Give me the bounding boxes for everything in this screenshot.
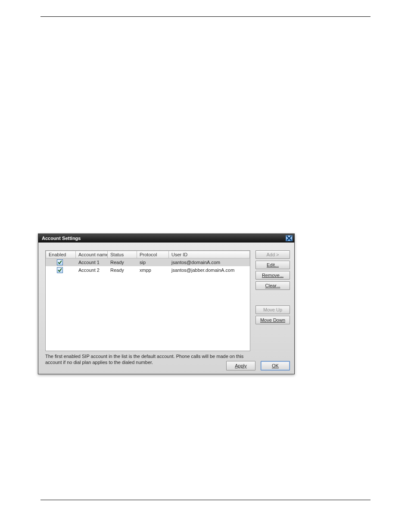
- cell-status: Ready: [108, 260, 137, 265]
- col-protocol[interactable]: Protocol: [137, 251, 169, 258]
- dialog-title: Account Settings: [42, 236, 81, 241]
- checkbox-icon[interactable]: [57, 267, 63, 273]
- move-up-button[interactable]: Move Up: [255, 305, 290, 314]
- clear-button[interactable]: Clear...: [255, 281, 290, 290]
- move-down-button[interactable]: Move Down: [255, 316, 290, 324]
- cell-userid: jsantos@domainA.com: [169, 260, 250, 265]
- table-row[interactable]: Account 2Readyxmppjsantos@jabber.domainA…: [46, 266, 250, 274]
- cell-userid: jsantos@jabber.domainA.com: [169, 268, 250, 273]
- cell-enabled[interactable]: [46, 259, 76, 265]
- table-header: Enabled Account name Status Protocol Use…: [46, 251, 250, 258]
- edit-button[interactable]: Edit...: [255, 261, 290, 269]
- cell-status: Ready: [108, 268, 137, 273]
- checkbox-icon[interactable]: [57, 259, 63, 265]
- cell-protocol: sip: [137, 260, 169, 265]
- cell-name: Account 1: [76, 260, 108, 265]
- accounts-table[interactable]: Enabled Account name Status Protocol Use…: [45, 250, 250, 351]
- table-row[interactable]: Account 1Readysipjsantos@domainA.com: [46, 258, 250, 266]
- table-rows: Account 1Readysipjsantos@domainA.comAcco…: [46, 258, 250, 274]
- button-spacer: [255, 292, 290, 304]
- cell-protocol: xmpp: [137, 268, 169, 273]
- dialog-body: Enabled Account name Status Protocol Use…: [43, 247, 290, 356]
- col-enabled[interactable]: Enabled: [46, 251, 76, 258]
- ok-button[interactable]: OK: [261, 361, 290, 370]
- header-rule: [40, 16, 371, 17]
- col-userid[interactable]: User ID: [169, 251, 250, 258]
- dialog-footer: Apply OK: [226, 361, 290, 370]
- add-button[interactable]: Add >: [255, 250, 290, 259]
- col-status[interactable]: Status: [108, 251, 137, 258]
- cell-enabled[interactable]: [46, 267, 76, 273]
- remove-button[interactable]: Remove...: [255, 271, 290, 280]
- titlebar[interactable]: Account Settings: [38, 234, 294, 243]
- apply-button[interactable]: Apply: [226, 361, 255, 370]
- document-page: Account Settings Enabled Account name St…: [0, 0, 411, 532]
- side-buttons: Add > Edit... Remove... Clear... Move Up…: [255, 250, 290, 324]
- close-icon[interactable]: [286, 235, 293, 241]
- account-settings-dialog: Account Settings Enabled Account name St…: [38, 233, 295, 374]
- cell-name: Account 2: [76, 268, 108, 273]
- footer-rule: [40, 500, 371, 500]
- col-name[interactable]: Account name: [76, 251, 108, 258]
